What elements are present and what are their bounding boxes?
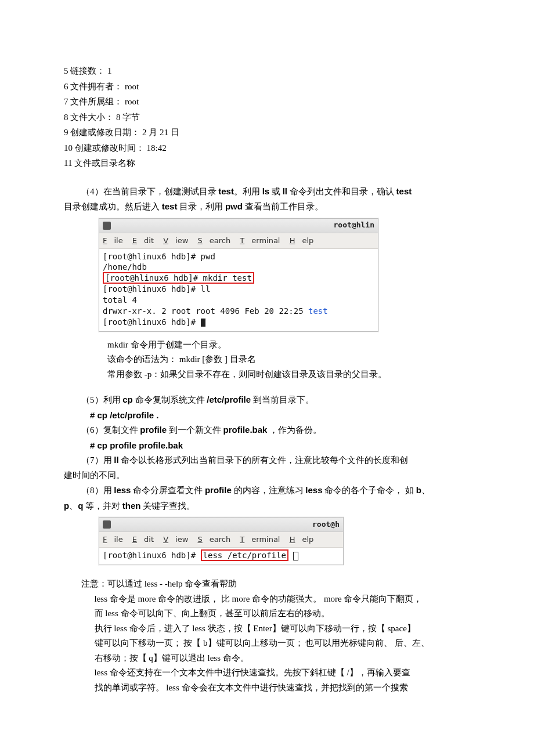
text: 执行 less 命令后，进入了 less 状态，按【 Enter】键可以向下移动… [95, 621, 465, 636]
text-bold: /etc/profile [207, 395, 251, 404]
paragraph-4: （4）在当前目录下，创建测试目录 test。利用 ls 或 ll 命令列出文件和… [64, 184, 464, 215]
text: 常用参数 -p：如果父目录不存在，则同时创建该目录及该目录的父目录。 [107, 367, 464, 382]
menu-view[interactable]: View [163, 236, 188, 245]
text-bold: less [305, 485, 322, 495]
menu-help[interactable]: Help [290, 236, 314, 245]
dir-name: test [308, 306, 328, 316]
text: 目录，利用 [179, 202, 223, 211]
list-item: 10 创建或修改时间： 18:42 [64, 141, 464, 156]
text: 。利用 [234, 187, 260, 196]
text-bold: cp [122, 395, 133, 404]
text-bold: profile [140, 425, 167, 435]
list-item: 9 创建或修改日期： 2 月 21 日 [64, 125, 464, 140]
text: ，作为备份。 [269, 425, 322, 435]
note-heading: 注意：可以通过 less - -help 命令查看帮助 [64, 577, 464, 592]
text: 目录创建成功。然后进入 [64, 202, 160, 211]
list-item: 11 文件或目录名称 [64, 156, 464, 171]
term-line: [root@hlinux6 hdb]# [103, 551, 201, 560]
text-bold: q [78, 501, 83, 511]
terminal-icon [103, 222, 111, 230]
paragraph-7: （7）用 ll 命令以长格形式列出当前目录下的所有文件，注意比较每个文件的长度和… [64, 453, 464, 483]
term-line: total 4 [103, 295, 137, 305]
menu-edit[interactable]: Edit [132, 236, 154, 245]
cursor-icon [201, 319, 205, 327]
text: 或 [272, 187, 280, 196]
text: （4）在当前目录下，创建测试目录 [81, 187, 217, 196]
menu-search[interactable]: Search [197, 535, 230, 544]
menu-help[interactable]: Help [290, 535, 314, 544]
terminal-screenshot-2: root@h File Edit View Search Terminal He… [99, 517, 344, 565]
mkdir-explanation: mkdir 命令用于创建一个目录。 该命令的语法为： mkdir [参数 ] 目… [64, 338, 464, 382]
text: （7）用 [81, 455, 112, 465]
term-line: [root@hlinux6 hdb]# [103, 317, 201, 327]
text: 查看当前工作目录。 [245, 202, 323, 211]
text-bold: b [416, 485, 421, 495]
text: 命令以长格形式列出当前目录下的所有文件，注意比较每个文件的长度和创 [121, 455, 408, 465]
text: （5）利用 [81, 395, 121, 404]
menu-view[interactable]: View [163, 535, 188, 544]
note-body: less 命令是 more 命令的改进版， 比 more 命令的功能强大。 mo… [64, 592, 464, 696]
text-bold: then [122, 501, 141, 511]
text-bold: test [162, 201, 178, 211]
text: 命令的各个子命令， 如 [324, 486, 414, 495]
text: mkdir 命令用于创建一个目录。 [107, 338, 464, 353]
text: 到当前目录下。 [253, 395, 314, 404]
list-item: 6 文件拥有者： root [64, 79, 464, 95]
menu-terminal[interactable]: Terminal [240, 535, 280, 544]
terminal-menu: FFileile Edit View Search Terminal Help [99, 233, 378, 249]
list-item: 8 文件大小： 8 字节 [64, 110, 464, 125]
text: 命令分屏查看文件 [133, 486, 203, 495]
menu-file[interactable]: File [103, 535, 123, 544]
text-bold: less [114, 485, 131, 495]
terminal-menu: File Edit View Search Terminal Help [99, 532, 343, 548]
text-bold: p [64, 501, 69, 511]
text: 、 [421, 486, 430, 495]
text: 键可以向下移动一页； 按【 b】键可以向上移动一页； 也可以用光标键向前、 后、… [95, 636, 465, 651]
text: less 命令还支持在一个文本文件中进行快速查找。先按下斜杠键【 /】，再输入要… [95, 665, 465, 681]
menu-search[interactable]: Search [197, 236, 230, 245]
terminal-body: [root@hlinux6 hdb]# less /etc/profile [99, 548, 343, 565]
term-line: [root@hlinux6 hdb]# ll [103, 284, 210, 294]
terminal-screenshot-1: root@hlin FFileile Edit View Search Term… [99, 218, 378, 332]
command-line: # cp profile profile.bak [64, 438, 464, 453]
terminal-titlebar: root@h [99, 518, 343, 532]
menu-file[interactable]: FFileile [103, 236, 123, 245]
text-bold: ll [114, 455, 118, 465]
terminal-body: [root@hlinux6 hdb]# pwd /home/hdb [root@… [99, 249, 378, 331]
text: 该命令的语法为： mkdir [参数 ] 目录名 [107, 352, 464, 367]
menu-terminal[interactable]: Terminal [240, 236, 280, 245]
cursor-icon [293, 552, 298, 560]
highlight-box: [root@hlinux6 hdb]# mkdir test [103, 272, 254, 284]
text-bold: pwd [225, 201, 243, 211]
text: 等，并对 [85, 501, 120, 511]
text: 建时间的不同。 [64, 471, 125, 480]
terminal-icon [103, 520, 111, 529]
text: 找的单词或字符。 less 命令会在文本文件中进行快速查找，并把找到的第一个搜索 [95, 681, 465, 696]
terminal-title: root@h [312, 518, 340, 531]
text: 的内容，注意练习 [234, 486, 304, 495]
paragraph-6: （6）复制文件 profile 到一个新文件 profile.bak ，作为备份… [64, 422, 464, 438]
text-bold: ll [283, 186, 287, 196]
text: 、 [69, 501, 78, 511]
terminal-title: root@hlin [334, 219, 374, 231]
menu-edit[interactable]: Edit [132, 535, 154, 544]
text: 到一个新文件 [169, 425, 221, 435]
paragraph-8: （8）用 less 命令分屏查看文件 profile 的内容，注意练习 less… [64, 483, 464, 513]
text: 命令列出文件和目录，确认 [290, 187, 394, 196]
text: 右移动；按【 q】键可以退出 less 命令。 [95, 651, 465, 666]
text: 命令复制系统文件 [135, 395, 205, 404]
text: less 命令是 more 命令的改进版， 比 more 命令的功能强大。 mo… [95, 592, 465, 607]
ls-field-list: 5 链接数： 1 6 文件拥有者： root 7 文件所属组： root 8 文… [64, 64, 464, 171]
term-line: /home/hdb [103, 262, 147, 272]
text-bold: test [218, 186, 234, 196]
term-line: [root@hlinux6 hdb]# pwd [103, 252, 215, 261]
terminal-titlebar: root@hlin [99, 219, 378, 233]
document-page: 5 链接数： 1 6 文件拥有者： root 7 文件所属组： root 8 文… [0, 0, 534, 730]
paragraph-5: （5）利用 cp 命令复制系统文件 /etc/profile 到当前目录下。 [64, 392, 464, 408]
term-line: drwxr-xr-x. 2 root root 4096 Feb 20 22:2… [103, 306, 308, 316]
text: 而 less 命令可以向下、向上翻页，甚至可以前后左右的移动。 [95, 606, 465, 621]
text-bold: ls [262, 186, 270, 196]
command-line: # cp /etc/profile . [64, 408, 464, 423]
text-bold: test [396, 186, 412, 196]
highlight-box: less /etc/profile [201, 549, 288, 561]
